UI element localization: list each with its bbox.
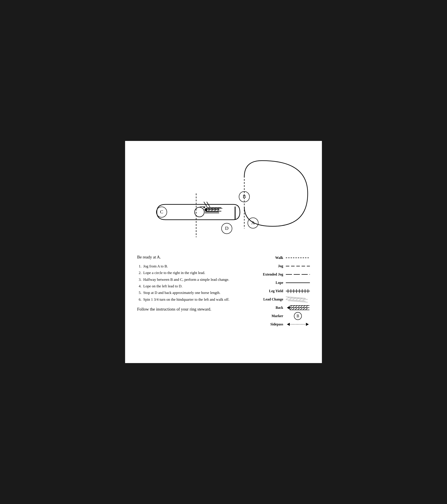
legend-symbol-lope	[286, 280, 310, 286]
legend-label-lope: Lope	[259, 281, 283, 285]
svg-line-75	[298, 306, 300, 308]
legend-label-leg-yield: Leg Yield	[259, 289, 283, 293]
step-num: 5.	[137, 290, 141, 296]
svg-text:A: A	[251, 220, 255, 225]
svg-line-67	[302, 298, 306, 301]
legend-symbol-back	[286, 305, 310, 311]
svg-line-82	[298, 308, 300, 310]
legend-item-leg-yield: Leg Yield	[249, 288, 310, 294]
svg-line-77	[303, 306, 305, 308]
list-item: 4. Lope on the left lead to D.	[137, 283, 242, 289]
svg-line-79	[290, 308, 292, 310]
legend-item-lead-change: Lead Change	[249, 296, 310, 303]
legend-label-sidepass: Sidepass	[259, 322, 283, 326]
svg-marker-89	[287, 323, 290, 326]
instructions-section: Be ready at A. 1. Jog from A to B. 2. Lo…	[137, 255, 310, 330]
legend-symbol-lead-change	[286, 296, 310, 303]
legend-item-jog: Jog	[249, 263, 310, 269]
pattern-diagram: C B A D	[137, 152, 310, 248]
legend-item-lope: Lope	[249, 280, 310, 286]
svg-text:B: B	[243, 194, 246, 199]
step-text: Lope a circle to the right in the right …	[143, 270, 205, 276]
svg-line-74	[295, 306, 297, 308]
legend-item-marker: Marker B	[249, 313, 310, 319]
legend-label-jog: Jog	[259, 264, 283, 268]
svg-line-73	[292, 306, 294, 308]
left-instructions: Be ready at A. 1. Jog from A to B. 2. Lo…	[137, 255, 242, 312]
legend-item-sidepass: Sidepass	[249, 321, 310, 327]
diagram-area: C B A D	[137, 152, 310, 248]
svg-line-63	[289, 297, 292, 300]
follow-text: Follow the instructions of your ring ste…	[137, 307, 242, 312]
legend-item-walk: Walk	[249, 255, 310, 261]
legend: Walk Jog Extended Jog	[249, 255, 310, 330]
step-text: Lope on the left lead to D.	[143, 283, 182, 289]
svg-marker-90	[306, 323, 309, 326]
legend-symbol-sidepass	[286, 321, 310, 327]
legend-symbol-ext-jog	[286, 271, 310, 277]
step-num: 6.	[137, 297, 141, 303]
svg-line-76	[300, 306, 302, 308]
svg-line-78	[306, 306, 308, 308]
legend-symbol-walk	[286, 255, 310, 261]
legend-item-back: Back	[249, 305, 310, 311]
legend-symbol-marker: B	[286, 313, 310, 319]
svg-text:D: D	[225, 225, 228, 231]
legend-item-ext-jog: Extended Jog	[249, 271, 310, 277]
svg-line-81	[295, 308, 297, 310]
list-item: 5. Stop at D and back approximately one …	[137, 290, 242, 296]
legend-label-ext-jog: Extended Jog	[259, 272, 283, 276]
step-num: 3.	[137, 277, 141, 283]
step-num: 4.	[137, 283, 141, 289]
list-item: 3. Halfway between B and C, perform a si…	[137, 277, 242, 283]
list-item: 1. Jog from A to B.	[137, 264, 242, 269]
legend-label-marker: Marker	[259, 314, 283, 318]
step-num: 1.	[137, 264, 141, 269]
legend-symbol-leg-yield	[286, 288, 310, 294]
step-text: Jog from A to B.	[143, 264, 168, 269]
step-text: Halfway between B and C, perform a simpl…	[143, 277, 229, 283]
svg-text:B: B	[296, 314, 299, 318]
svg-line-64	[292, 297, 296, 300]
legend-label-back: Back	[259, 306, 283, 310]
legend-symbol-jog	[286, 263, 310, 269]
svg-line-85	[306, 308, 308, 310]
svg-line-84	[303, 308, 305, 310]
svg-line-62	[286, 297, 289, 300]
list-item: 6. Spin 1 3/4 turn on the hindquarter to…	[137, 297, 242, 303]
step-text: Spin 1 3/4 turn on the hindquarter to th…	[143, 297, 229, 303]
svg-text:C: C	[160, 209, 163, 215]
svg-line-66	[299, 298, 302, 301]
legend-label-walk: Walk	[259, 256, 283, 260]
legend-label-lead-change: Lead Change	[259, 297, 283, 301]
svg-line-65	[296, 298, 299, 301]
svg-line-72	[290, 306, 292, 308]
steps-list: 1. Jog from A to B. 2. Lope a circle to …	[137, 264, 242, 303]
svg-marker-68	[287, 306, 290, 309]
ready-text: Be ready at A.	[137, 255, 242, 260]
svg-line-80	[292, 308, 294, 310]
step-num: 2.	[137, 270, 141, 276]
svg-marker-13	[203, 207, 206, 208]
page: C B A D	[125, 141, 322, 363]
svg-line-83	[300, 308, 302, 310]
list-item: 2. Lope a circle to the right in the rig…	[137, 270, 242, 276]
step-text: Stop at D and back approximately one hor…	[143, 290, 221, 296]
